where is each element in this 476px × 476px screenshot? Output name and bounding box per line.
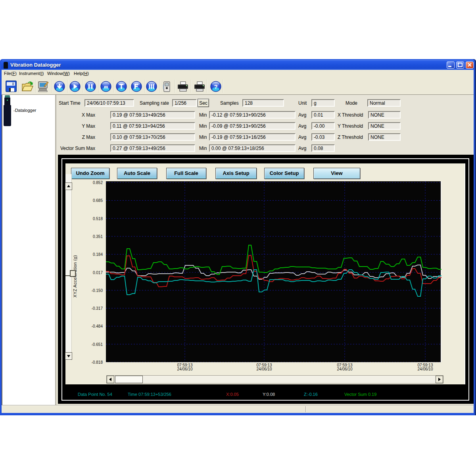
svg-text:?: ? [214, 83, 217, 90]
svg-text:m: m [104, 84, 108, 90]
